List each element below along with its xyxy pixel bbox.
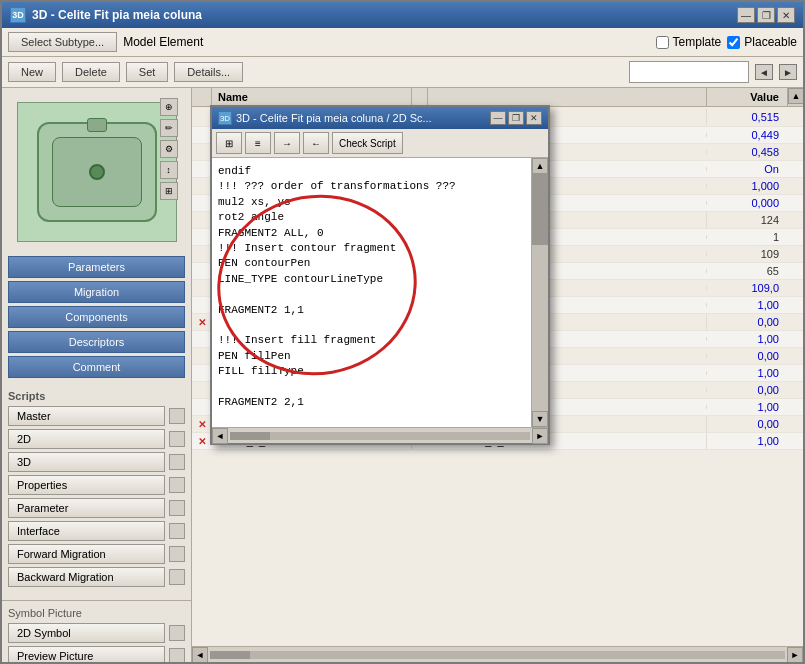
3d-script-button[interactable]: 3D xyxy=(8,452,165,472)
popup-tool-list[interactable]: ≡ xyxy=(245,132,271,154)
row-nav-x: ✕ xyxy=(192,419,212,430)
popup-hscroll-track[interactable] xyxy=(230,432,530,440)
master-script-check[interactable] xyxy=(169,408,185,424)
2d-symbol-check[interactable] xyxy=(169,625,185,641)
components-button[interactable]: Components xyxy=(8,306,185,328)
template-checkbox[interactable] xyxy=(656,36,669,49)
restore-button[interactable]: ❐ xyxy=(757,7,775,23)
master-script-row: Master xyxy=(8,406,185,426)
parameter-script-check[interactable] xyxy=(169,500,185,516)
row-value: 109,0 xyxy=(707,280,787,296)
properties-script-button[interactable]: Properties xyxy=(8,475,165,495)
row-value: 109 xyxy=(707,246,787,262)
popup-tool-outdent[interactable]: ← xyxy=(303,132,329,154)
check-script-button[interactable]: Check Script xyxy=(332,132,403,154)
search-input[interactable] xyxy=(629,61,749,83)
interface-script-check[interactable] xyxy=(169,523,185,539)
popup-minimize[interactable]: — xyxy=(490,111,506,125)
popup-tool-grid[interactable]: ⊞ xyxy=(216,132,242,154)
properties-script-check[interactable] xyxy=(169,477,185,493)
search-next-button[interactable]: ► xyxy=(779,64,797,80)
marker-col-header xyxy=(412,88,428,106)
backward-migration-script-check[interactable] xyxy=(169,569,185,585)
set-button[interactable]: Set xyxy=(126,62,169,82)
nav-col-header xyxy=(192,88,212,106)
popup-hscroll-right[interactable]: ► xyxy=(532,428,548,444)
master-script-button[interactable]: Master xyxy=(8,406,165,426)
row-value: 0,000 xyxy=(707,195,787,211)
row-value: 0,458 xyxy=(707,144,787,160)
2d-script-button[interactable]: 2D xyxy=(8,429,165,449)
preview-picture-button[interactable]: Preview Picture xyxy=(8,646,165,662)
search-prev-button[interactable]: ◄ xyxy=(755,64,773,80)
migration-button[interactable]: Migration xyxy=(8,281,185,303)
new-button[interactable]: New xyxy=(8,62,56,82)
details-button[interactable]: Details... xyxy=(174,62,243,82)
forward-migration-script-check[interactable] xyxy=(169,546,185,562)
code-editor[interactable]: endif !!! ??? order of transformations ?… xyxy=(212,158,532,427)
minimize-button[interactable]: — xyxy=(737,7,755,23)
tool-4[interactable]: ↕ xyxy=(160,161,178,179)
preview-container: ⊕ ✏ ⚙ ↕ ⊞ xyxy=(12,94,182,244)
backward-migration-script-row: Backward Migration xyxy=(8,567,185,587)
2d-symbol-button[interactable]: 2D Symbol xyxy=(8,623,165,643)
interface-script-row: Interface xyxy=(8,521,185,541)
script-editor-popup: 3D 3D - Celite Fit pia meia coluna / 2D … xyxy=(210,105,550,445)
descriptors-button[interactable]: Descriptors xyxy=(8,331,185,353)
h-scroll-thumb[interactable] xyxy=(210,651,250,659)
3d-script-check[interactable] xyxy=(169,454,185,470)
2d-script-row: 2D xyxy=(8,429,185,449)
popup-scroll-thumb[interactable] xyxy=(532,174,548,245)
h-scroll-right[interactable]: ► xyxy=(787,647,803,663)
placeable-checkbox[interactable] xyxy=(727,36,740,49)
sink-shape xyxy=(37,122,157,222)
delete-button[interactable]: Delete xyxy=(62,62,120,82)
preview-picture-check[interactable] xyxy=(169,648,185,662)
template-checkbox-label: Template xyxy=(656,35,722,49)
row-value: 1,000 xyxy=(707,178,787,194)
forward-migration-script-button[interactable]: Forward Migration xyxy=(8,544,165,564)
row-nav xyxy=(192,116,212,118)
preview-area xyxy=(17,102,177,242)
model-element-label: Model Element xyxy=(123,35,203,49)
icon-tools: ⊕ ✏ ⚙ ↕ ⊞ xyxy=(160,98,178,200)
row-value: 1,00 xyxy=(707,433,787,449)
row-value: 65 xyxy=(707,263,787,279)
select-subtype-button[interactable]: Select Subtype... xyxy=(8,32,117,52)
scripts-section: Scripts Master 2D 3D Properties xyxy=(2,384,191,596)
tool-1[interactable]: ⊕ xyxy=(160,98,178,116)
row-value: 0,00 xyxy=(707,382,787,398)
row-value: 0,00 xyxy=(707,348,787,364)
2d-symbol-row: 2D Symbol xyxy=(8,623,185,643)
popup-hscroll-left[interactable]: ◄ xyxy=(212,428,228,444)
tool-2[interactable]: ✏ xyxy=(160,119,178,137)
comment-button[interactable]: Comment xyxy=(8,356,185,378)
close-button[interactable]: ✕ xyxy=(777,7,795,23)
row-value: 1 xyxy=(707,229,787,245)
parameters-button[interactable]: Parameters xyxy=(8,256,185,278)
scroll-up-arrow[interactable]: ▲ xyxy=(788,88,803,104)
popup-hscroll-thumb[interactable] xyxy=(230,432,270,440)
forward-migration-script-row: Forward Migration xyxy=(8,544,185,564)
row-value: 0,00 xyxy=(707,314,787,330)
h-scroll-left[interactable]: ◄ xyxy=(192,647,208,663)
popup-close[interactable]: ✕ xyxy=(526,111,542,125)
parameter-script-button[interactable]: Parameter xyxy=(8,498,165,518)
sink-drain xyxy=(89,164,105,180)
symbol-section: Symbol Picture 2D Symbol Preview Picture… xyxy=(2,600,191,662)
backward-migration-script-button[interactable]: Backward Migration xyxy=(8,567,165,587)
h-scroll-track[interactable] xyxy=(210,651,785,659)
tool-3[interactable]: ⚙ xyxy=(160,140,178,158)
popup-vscroll: ▲ ▼ xyxy=(532,158,548,427)
tool-5[interactable]: ⊞ xyxy=(160,182,178,200)
row-nav-x: ✕ xyxy=(192,317,212,328)
2d-script-check[interactable] xyxy=(169,431,185,447)
interface-script-button[interactable]: Interface xyxy=(8,521,165,541)
popup-scroll-down[interactable]: ▼ xyxy=(532,411,548,427)
popup-tool-indent[interactable]: → xyxy=(274,132,300,154)
left-panel: ⊕ ✏ ⚙ ↕ ⊞ Parameters Migration Component… xyxy=(2,88,192,662)
popup-scroll-up[interactable]: ▲ xyxy=(532,158,548,174)
nav-buttons: Parameters Migration Components Descript… xyxy=(2,250,191,384)
popup-scroll-track xyxy=(532,174,548,411)
popup-restore[interactable]: ❐ xyxy=(508,111,524,125)
